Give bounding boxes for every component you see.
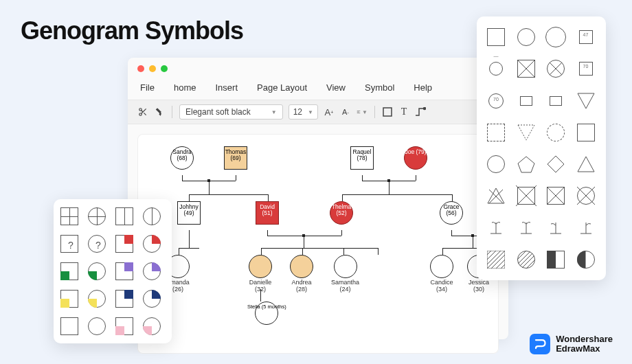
menu-symbol[interactable]: Symbol: [365, 82, 394, 93]
symbol-pentagon[interactable]: [515, 153, 537, 175]
symbol-dashed-square[interactable]: [485, 122, 507, 144]
symbol-age-circle-70[interactable]: 70: [485, 90, 507, 112]
symbol-plant-c[interactable]: [545, 217, 567, 239]
symbol-x-square-2[interactable]: [545, 185, 567, 207]
symbol-x-circle-2[interactable]: [575, 185, 597, 207]
symbol-green-corner-circle[interactable]: [88, 262, 109, 283]
symbol-unknown-circle[interactable]: ?: [88, 235, 109, 255]
symbol-x-square[interactable]: [515, 58, 537, 80]
symbol-half-filled-circle[interactable]: [575, 249, 597, 271]
symbol-small-circle-label[interactable]: —: [485, 58, 507, 80]
left-symbol-palette: ? ?: [54, 199, 172, 343]
menu-file[interactable]: File: [140, 82, 155, 93]
symbol-unknown-square[interactable]: ?: [60, 235, 81, 255]
symbol-yellow-corner-circle[interactable]: [88, 290, 109, 310]
svg-line-37: [487, 251, 491, 255]
symbol-grid-square[interactable]: [60, 207, 81, 228]
symbol-x-triangle[interactable]: [485, 185, 507, 207]
svg-point-1: [139, 113, 142, 116]
maximize-window-button[interactable]: [161, 65, 168, 72]
symbol-yellow-corner-square[interactable]: [60, 290, 81, 310]
shape-tool-icon[interactable]: [382, 106, 393, 117]
symbol-plain-circle[interactable]: [88, 317, 109, 338]
window-controls: [128, 58, 508, 80]
symbol-plant-d[interactable]: [575, 217, 597, 239]
brand-text: Wondershare EdrawMax: [556, 334, 613, 354]
minimize-window-button[interactable]: [149, 65, 156, 72]
connector-tool-icon[interactable]: [415, 106, 426, 117]
cut-icon[interactable]: [137, 106, 148, 117]
diagram-canvas[interactable]: Sandra(68) Thomas(69) Raquel(78) Joe (79…: [137, 134, 499, 354]
text-tool-icon[interactable]: T: [398, 106, 409, 117]
font-name: Elegant soft black: [185, 107, 251, 117]
menubar: File home Insert Page Layout View Symbol…: [128, 80, 508, 100]
svg-line-38: [487, 251, 496, 260]
symbol-split-circle[interactable]: [143, 207, 163, 228]
node-candice[interactable]: Candice(34): [430, 255, 453, 293]
svg-marker-16: [518, 157, 534, 172]
symbol-down-triangle[interactable]: [575, 90, 597, 112]
symbol-half-filled-square[interactable]: [545, 249, 567, 271]
font-size-select[interactable]: 12 ▼: [289, 104, 318, 120]
align-icon[interactable]: ▼: [357, 106, 368, 117]
symbol-plain-square[interactable]: [60, 317, 81, 338]
symbol-purple-corner-circle[interactable]: [143, 262, 163, 283]
symbol-diamond[interactable]: [545, 153, 567, 175]
symbol-x-circle[interactable]: [545, 58, 567, 80]
menu-help[interactable]: Help: [414, 82, 432, 93]
decrease-font-icon[interactable]: A-: [340, 106, 351, 117]
symbol-hatched-square[interactable]: [485, 249, 507, 271]
symbol-large-circle[interactable]: [545, 26, 567, 48]
symbol-red-corner-circle[interactable]: [143, 235, 163, 255]
symbol-circle-outline[interactable]: [485, 153, 507, 175]
svg-marker-17: [548, 156, 564, 172]
node-danielle[interactable]: Danielle(32): [249, 255, 272, 293]
symbol-male-square[interactable]: [485, 26, 507, 48]
symbol-split-square[interactable]: [115, 207, 136, 228]
node-joe[interactable]: Joe (79): [404, 146, 427, 176]
format-painter-icon[interactable]: [154, 106, 165, 117]
symbol-age-box-47[interactable]: 47: [575, 26, 597, 48]
svg-point-0: [139, 109, 142, 111]
node-andrea[interactable]: Andrea(28): [290, 255, 313, 293]
toolbar-separator: [172, 106, 172, 118]
app-window: File home Insert Page Layout View Symbol…: [128, 58, 508, 339]
svg-marker-15: [518, 125, 534, 140]
close-window-button[interactable]: [137, 65, 144, 72]
font-size-value: 12: [293, 107, 302, 117]
symbol-pink-corner-square[interactable]: [115, 317, 136, 338]
symbol-age-box-70[interactable]: 70: [575, 58, 597, 80]
symbol-green-corner-square[interactable]: [60, 262, 81, 283]
brand-logo: Wondershare EdrawMax: [530, 334, 613, 354]
node-samantha[interactable]: Samantha(24): [331, 255, 359, 293]
symbol-tiny-label-box-a[interactable]: [515, 90, 537, 112]
chevron-down-icon: ▼: [362, 109, 368, 115]
menu-home[interactable]: home: [174, 82, 196, 93]
symbol-navy-corner-circle[interactable]: [143, 290, 163, 310]
svg-marker-14: [578, 93, 594, 109]
symbol-square-outline[interactable]: [575, 122, 597, 144]
increase-font-icon[interactable]: A+: [324, 106, 335, 117]
symbol-dashed-down-triangle[interactable]: [515, 122, 537, 144]
symbol-plant-b[interactable]: [515, 217, 537, 239]
symbol-hatched-circle[interactable]: [515, 249, 537, 271]
menu-insert[interactable]: Insert: [215, 82, 238, 93]
symbol-dashed-circle[interactable]: [545, 122, 567, 144]
menu-page-layout[interactable]: Page Layout: [257, 82, 307, 93]
symbol-deceased-square[interactable]: [515, 185, 537, 207]
menu-view[interactable]: View: [326, 82, 346, 93]
font-select[interactable]: Elegant soft black ▼: [179, 104, 283, 120]
chevron-down-icon: ▼: [308, 109, 313, 115]
symbol-pink-corner-circle[interactable]: [143, 317, 163, 338]
symbol-navy-corner-square[interactable]: [115, 290, 136, 310]
symbol-plant-a[interactable]: [485, 217, 507, 239]
svg-line-4: [142, 111, 143, 112]
symbol-female-circle[interactable]: [515, 26, 537, 48]
symbol-cross-circle[interactable]: [88, 207, 109, 228]
symbol-up-triangle[interactable]: [575, 153, 597, 175]
symbol-purple-corner-square[interactable]: [115, 262, 136, 283]
symbol-tiny-label-box-b[interactable]: [545, 90, 567, 112]
symbol-red-corner-square[interactable]: [115, 235, 136, 255]
svg-line-40: [487, 251, 505, 269]
node-stella[interactable]: Stella (5 months): [247, 302, 286, 330]
